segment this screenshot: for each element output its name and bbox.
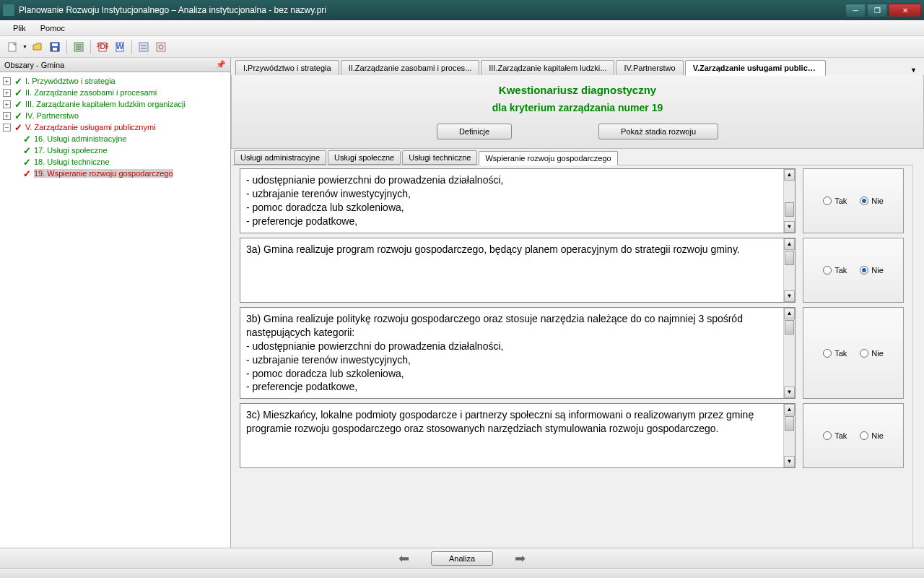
- radio-icon: [860, 349, 868, 358]
- show-stages-button[interactable]: Pokaż stadia rozwoju: [598, 124, 718, 139]
- sub-tabs: Usługi administracyjneUsługi społeczneUs…: [231, 149, 924, 165]
- radio-icon: [823, 349, 832, 358]
- top-tab[interactable]: II.Zarządzanie zasobami i proces...: [341, 60, 480, 75]
- check-icon: [13, 87, 23, 98]
- radio-icon: [823, 197, 832, 205]
- sub-tab[interactable]: Usługi społeczne: [328, 150, 401, 165]
- sub-tab[interactable]: Usługi techniczne: [402, 150, 477, 165]
- check-icon: [13, 99, 23, 109]
- top-tabs: I.Przywództwo i strategiaII.Zarządzanie …: [231, 58, 924, 75]
- check-icon: [22, 145, 32, 155]
- close-button[interactable]: ✕: [889, 4, 921, 17]
- scroll-down-icon[interactable]: ▼: [784, 221, 795, 233]
- scroll-down-icon[interactable]: ▼: [784, 387, 795, 398]
- menu-help[interactable]: Pomoc: [33, 22, 72, 35]
- sidebar-header: Obszary - Gmina 📌: [0, 58, 230, 72]
- radio-no[interactable]: Nie: [860, 197, 884, 205]
- radio-icon: [860, 197, 868, 205]
- top-tab[interactable]: I.Przywództwo i strategia: [235, 60, 339, 75]
- radio-yes[interactable]: Tak: [823, 266, 847, 275]
- radio-yes[interactable]: Tak: [823, 349, 847, 358]
- text-scrollbar[interactable]: ▲▼: [783, 404, 795, 467]
- question-row: - udostępnianie powierzchni do prowadzen…: [240, 168, 904, 233]
- radio-yes[interactable]: Tak: [823, 197, 847, 205]
- radio-label: Nie: [871, 197, 884, 205]
- tree-item[interactable]: +II. Zarządzanie zasobami i procesami: [1, 87, 229, 98]
- question-row: 3c) Mieszkańcy, lokalne podmioty gospoda…: [240, 403, 904, 468]
- scroll-up-icon[interactable]: ▲: [784, 169, 795, 181]
- check-icon: [22, 157, 32, 167]
- question-text[interactable]: 3a) Gmina realizuje program rozwoju gosp…: [240, 238, 796, 303]
- scrollbar[interactable]: [912, 165, 924, 548]
- maximize-button[interactable]: ❐: [867, 4, 887, 17]
- save-icon[interactable]: [47, 39, 63, 55]
- tree-label: II. Zarządzanie zasobami i procesami: [25, 88, 157, 97]
- open-icon[interactable]: [30, 39, 45, 55]
- scroll-down-icon[interactable]: ▼: [784, 290, 795, 302]
- pdf-icon[interactable]: PDF: [95, 39, 110, 55]
- scroll-up-icon[interactable]: ▲: [784, 308, 795, 319]
- tool-icon-2[interactable]: [153, 39, 169, 55]
- sub-tab[interactable]: Usługi administracyjne: [234, 150, 326, 165]
- definitions-button[interactable]: Definicje: [437, 124, 512, 139]
- text-scrollbar[interactable]: ▲▼: [783, 238, 795, 302]
- radio-no[interactable]: Nie: [860, 266, 884, 275]
- prev-arrow-icon[interactable]: ⬅: [398, 551, 409, 566]
- template-icon[interactable]: [71, 39, 87, 55]
- tree-child-item[interactable]: 16. Usługi administracyjne: [1, 133, 229, 144]
- radio-icon: [823, 266, 832, 275]
- toolbar: ▼ PDF W: [0, 36, 924, 58]
- tree-child-item[interactable]: 19. Wspieranie rozwoju gospodarczego: [1, 168, 229, 179]
- sub-tab[interactable]: Wspieranie rozwoju gospodarczego: [479, 151, 617, 165]
- tool-icon-1[interactable]: [136, 39, 152, 55]
- scroll-up-icon[interactable]: ▲: [784, 238, 795, 250]
- radio-label: Tak: [834, 349, 847, 358]
- tree-toggle-icon[interactable]: +: [3, 112, 11, 120]
- new-icon[interactable]: [4, 39, 20, 55]
- tree-item[interactable]: +III. Zarządzanie kapitałem ludzkim orga…: [1, 98, 229, 110]
- question-row: 3a) Gmina realizuje program rozwoju gosp…: [240, 238, 904, 303]
- radio-yes[interactable]: Tak: [823, 431, 847, 440]
- tree: +I. Przywództwo i strategia+II. Zarządza…: [0, 72, 230, 182]
- tree-toggle-icon[interactable]: +: [3, 100, 11, 108]
- analyze-button[interactable]: Analiza: [431, 551, 493, 566]
- tree-label: V. Zarządzanie usługami publicznymi: [25, 123, 156, 131]
- tree-label: 19. Wspieranie rozwoju gospodarczego: [34, 169, 173, 178]
- svg-rect-2: [52, 43, 58, 46]
- question-text[interactable]: 3b) Gmina realizuje politykę rozwoju gos…: [240, 307, 796, 399]
- question-text[interactable]: - udostępnianie powierzchni do prowadzen…: [240, 168, 796, 233]
- next-arrow-icon[interactable]: ➡: [515, 551, 526, 566]
- radio-no[interactable]: Nie: [860, 349, 884, 358]
- radio-icon: [823, 431, 832, 440]
- text-scrollbar[interactable]: ▲▼: [783, 169, 795, 233]
- tree-child-item[interactable]: 18. Usługi techniczne: [1, 156, 229, 168]
- answer-box: Tak Nie: [803, 238, 904, 303]
- check-icon: [22, 134, 32, 144]
- tree-toggle-icon[interactable]: +: [3, 77, 11, 85]
- tree-toggle-icon[interactable]: +: [3, 89, 11, 97]
- text-scrollbar[interactable]: ▲▼: [783, 308, 795, 398]
- doc-icon[interactable]: W: [112, 39, 128, 55]
- minimize-button[interactable]: ─: [845, 4, 866, 17]
- tree-item[interactable]: –V. Zarządzanie usługami publicznymi: [1, 121, 229, 133]
- tree-label: 18. Usługi techniczne: [34, 158, 110, 166]
- menubar: Plik Pomoc: [0, 20, 924, 36]
- tree-item[interactable]: +I. Przywództwo i strategia: [1, 75, 229, 87]
- scroll-up-icon[interactable]: ▲: [784, 404, 795, 415]
- tree-child-item[interactable]: 17. Usługi społeczne: [1, 144, 229, 156]
- tree-item[interactable]: +IV. Partnerstwo: [1, 110, 229, 121]
- content: I.Przywództwo i strategiaII.Zarządzanie …: [231, 58, 924, 548]
- page-subtitle: dla kryterium zarządzania numer 19: [240, 102, 915, 113]
- sidebar-title: Obszary - Gmina: [4, 61, 216, 69]
- question-text[interactable]: 3c) Mieszkańcy, lokalne podmioty gospoda…: [240, 403, 796, 468]
- scroll-down-icon[interactable]: ▼: [784, 456, 795, 467]
- top-tab[interactable]: V.Zarządzanie usługami publicz...: [685, 60, 826, 76]
- menu-file[interactable]: Plik: [6, 22, 33, 35]
- tab-overflow-icon[interactable]: ▼: [907, 65, 920, 75]
- tree-toggle-icon[interactable]: –: [3, 124, 11, 131]
- pin-icon[interactable]: 📌: [216, 60, 226, 69]
- new-dropdown-icon[interactable]: ▼: [22, 39, 28, 55]
- top-tab[interactable]: III.Zarządzanie kapitałem ludzki...: [481, 60, 614, 75]
- radio-no[interactable]: Nie: [860, 431, 884, 440]
- top-tab[interactable]: IV.Partnerstwo: [616, 60, 683, 75]
